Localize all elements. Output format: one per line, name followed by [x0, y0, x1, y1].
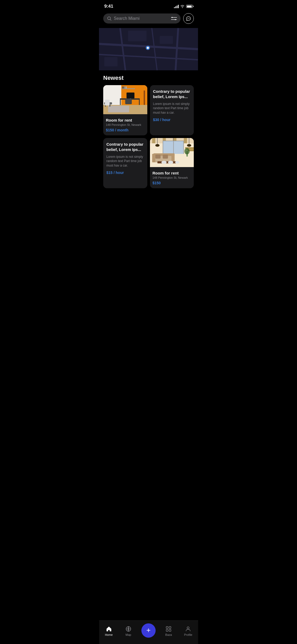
svg-point-10 — [189, 18, 190, 19]
svg-rect-18 — [160, 36, 173, 44]
map-visualization — [99, 28, 198, 70]
svg-rect-41 — [105, 100, 110, 105]
svg-point-71 — [161, 161, 167, 164]
card-2-body: Contrary to popular belief, Lorem Ips...… — [150, 85, 194, 126]
svg-rect-35 — [122, 86, 124, 89]
svg-point-53 — [187, 144, 191, 147]
svg-rect-26 — [108, 106, 129, 112]
svg-rect-44 — [152, 138, 155, 143]
svg-rect-56 — [163, 141, 163, 154]
card-4-address: 148 Pennington St, Newark — [153, 176, 191, 179]
svg-point-9 — [188, 18, 189, 19]
svg-point-49 — [155, 144, 159, 147]
map-area — [99, 28, 198, 70]
svg-point-21 — [147, 47, 149, 49]
card-3-body: Contrary to popular belief, Lorem Ips...… — [103, 138, 147, 178]
signal-icon — [174, 5, 179, 8]
card-1-price: $150 / month — [106, 128, 145, 132]
battery-icon — [186, 5, 193, 8]
svg-point-63 — [184, 148, 190, 154]
svg-rect-69 — [163, 155, 168, 159]
status-bar: 9:41 — [99, 0, 198, 11]
card-1-title: Room for rent — [106, 118, 145, 122]
card-4-body: Room for rent 148 Pennington St, Newark … — [150, 168, 194, 188]
header: Search Miami — [99, 11, 198, 28]
chat-icon — [186, 16, 191, 21]
svg-rect-66 — [152, 154, 155, 162]
status-time: 9:41 — [104, 4, 113, 9]
listing-card-1[interactable]: Room for rent 148 Pennington St, Newark … — [103, 85, 147, 135]
svg-rect-68 — [155, 155, 161, 159]
svg-point-72 — [168, 161, 173, 164]
search-bar[interactable]: Search Miami — [103, 13, 181, 24]
svg-line-1 — [110, 20, 111, 21]
svg-rect-33 — [144, 90, 145, 105]
filter-icon[interactable] — [171, 16, 177, 21]
svg-rect-17 — [128, 31, 147, 41]
chat-button[interactable] — [183, 13, 194, 24]
search-icon — [107, 16, 112, 21]
card-3-price: $15 / hour — [106, 171, 144, 175]
svg-point-8 — [187, 18, 188, 19]
card-4-price: $150 — [153, 181, 191, 185]
svg-rect-58 — [173, 141, 174, 154]
wifi-icon — [180, 5, 185, 8]
svg-rect-28 — [120, 100, 121, 105]
svg-rect-37 — [125, 86, 127, 89]
svg-rect-34 — [122, 88, 135, 89]
svg-rect-57 — [183, 141, 184, 154]
section-title-newest: Newest — [103, 75, 194, 81]
svg-rect-36 — [124, 86, 125, 89]
listing-card-2[interactable]: Contrary to popular belief, Lorem Ips...… — [150, 85, 194, 135]
newest-section: Newest — [99, 70, 198, 188]
main-content: Newest — [99, 70, 198, 215]
svg-point-2 — [172, 17, 173, 18]
svg-point-0 — [108, 17, 111, 20]
svg-point-5 — [175, 19, 176, 20]
cards-grid: Room for rent 148 Pennington St, Newark … — [103, 85, 194, 188]
svg-point-73 — [175, 161, 179, 164]
listing-card-4[interactable]: Room for rent 148 Pennington St, Newark … — [150, 138, 194, 188]
svg-rect-19 — [104, 57, 117, 66]
card-2-description: Lorem ipsum is not simply random text Pa… — [153, 102, 191, 115]
svg-rect-29 — [139, 100, 140, 105]
card-3-description: Lorem ipsum is not simply random text Pa… — [106, 155, 144, 168]
card-1-address: 148 Pennington St, Newark — [106, 123, 145, 126]
card-1-body: Room for rent 148 Pennington St, Newark … — [103, 115, 147, 135]
card-2-price: $30 / hour — [153, 118, 191, 122]
svg-rect-30 — [126, 93, 134, 98]
card-4-image — [150, 138, 194, 167]
card-3-title: Contrary to popular belief, Lorem Ips... — [106, 142, 144, 153]
card-2-title: Contrary to popular belief, Lorem Ips... — [153, 89, 191, 100]
svg-rect-47 — [184, 138, 187, 143]
listing-card-3[interactable]: Contrary to popular belief, Lorem Ips...… — [103, 138, 147, 188]
svg-rect-32 — [125, 99, 132, 104]
card-1-image — [103, 85, 147, 114]
search-placeholder: Search Miami — [114, 16, 169, 21]
status-icons — [174, 5, 193, 8]
card-4-title: Room for rent — [153, 171, 191, 175]
